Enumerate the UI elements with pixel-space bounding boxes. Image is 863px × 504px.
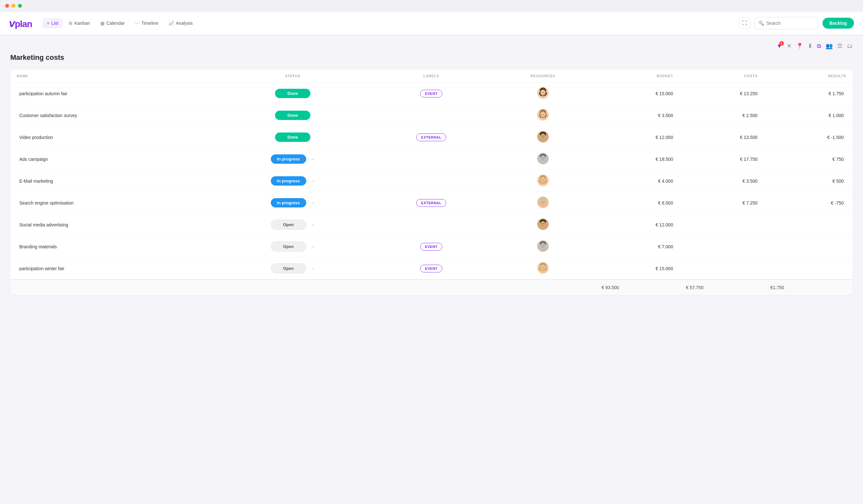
- list-icon-toolbar[interactable]: ☰: [837, 42, 842, 50]
- status-badge: Done: [275, 111, 310, 120]
- nav-item-analysis[interactable]: 📈 Analysis: [164, 18, 197, 28]
- table-row: Social media advertisingOpen→ € 12.000: [10, 214, 853, 236]
- status-badge: Done: [275, 133, 310, 142]
- avatar: [537, 197, 549, 208]
- backlog-button[interactable]: Backlog: [823, 18, 854, 29]
- svg-point-47: [540, 265, 546, 270]
- svg-point-15: [542, 136, 542, 136]
- minimize-dot[interactable]: [12, 4, 15, 8]
- col-header-results: RESULTS: [764, 70, 853, 83]
- cell-label: [372, 214, 491, 236]
- nav-items: ≡ List ⊞ Kanban ▦ Calendar ⋯ Timeline 📈 …: [42, 18, 739, 28]
- status-arrow-icon: →: [311, 156, 315, 162]
- filter-icon[interactable]: ▼ 1: [776, 43, 782, 50]
- location-icon[interactable]: 📍: [796, 42, 803, 50]
- avatar: [537, 153, 549, 164]
- fullscreen-icon: ⛶: [742, 20, 747, 26]
- svg-point-41: [540, 243, 546, 249]
- close-dot[interactable]: [5, 4, 9, 8]
- col-header-labels: LABELS: [372, 70, 491, 83]
- cell-label: EXTERNAL: [372, 192, 491, 214]
- cell-name: Branding materials: [10, 236, 214, 257]
- svg-point-11: [543, 114, 544, 114]
- cell-status: Done: [214, 126, 372, 148]
- svg-point-48: [542, 267, 542, 268]
- cell-name: Social media advertising: [10, 214, 214, 236]
- cell-resources: [491, 83, 596, 104]
- cell-label: [372, 170, 491, 192]
- search-icon: 🔍: [759, 21, 764, 26]
- search-box[interactable]: 🔍: [754, 17, 818, 29]
- cell-label: EVENT: [372, 83, 491, 104]
- cell-costs: € 7.250: [680, 192, 764, 214]
- svg-point-42: [542, 245, 542, 246]
- cell-results: € -1.500: [764, 126, 853, 148]
- archive-icon[interactable]: 🗂: [847, 43, 853, 50]
- cell-status: In progress→: [214, 170, 372, 192]
- puzzle-icon[interactable]: ⧉: [817, 43, 821, 50]
- main-content: ▼ 1 ✕ 📍 ⬇ ⧉ 👥 ☰ 🗂 Marketing costs NAME S…: [0, 35, 863, 504]
- label-badge: EVENT: [420, 90, 442, 98]
- cell-results: € 500: [764, 170, 853, 192]
- cell-name: participation autumn fair: [10, 83, 214, 104]
- timeline-icon: ⋯: [135, 21, 140, 26]
- nav-item-kanban[interactable]: ⊞ Kanban: [64, 18, 94, 28]
- cell-results: € -750: [764, 192, 853, 214]
- label-badge: EVENT: [420, 265, 442, 273]
- cell-resources: [491, 236, 596, 257]
- settings-icon[interactable]: ✕: [787, 42, 791, 50]
- cell-resources: [491, 148, 596, 170]
- cell-label: EVENT: [372, 257, 491, 280]
- cell-costs: € 17.750: [680, 148, 764, 170]
- status-arrow-icon: →: [311, 266, 315, 271]
- calendar-icon: ▦: [100, 21, 104, 26]
- avatar: [537, 109, 549, 121]
- app-container: vplan ≡ List ⊞ Kanban ▦ Calendar ⋯ Timel…: [0, 12, 863, 504]
- avatar: [537, 262, 549, 274]
- table-row: Ads campaignIn progress→ € 18.500€ 17.75…: [10, 148, 853, 170]
- cell-resources: [491, 170, 596, 192]
- cell-name: participation winter fair: [10, 257, 214, 280]
- status-arrow-icon: →: [311, 178, 315, 183]
- cell-costs: [680, 257, 764, 280]
- page-title: Marketing costs: [10, 53, 853, 62]
- cell-costs: [680, 236, 764, 257]
- col-header-budget: BUDGET: [595, 70, 679, 83]
- cell-costs: € 3.500: [680, 170, 764, 192]
- cell-name: Video production: [10, 126, 214, 148]
- logo-text: vplan: [9, 17, 32, 29]
- logo[interactable]: vplan: [9, 17, 32, 29]
- avatar: [537, 240, 549, 252]
- svg-point-9: [540, 112, 546, 117]
- status-arrow-icon: →: [311, 200, 315, 205]
- group-icon[interactable]: 👥: [826, 42, 833, 50]
- cell-resources: [491, 104, 596, 126]
- col-header-status: STATUS: [214, 70, 372, 83]
- top-nav: vplan ≡ List ⊞ Kanban ▦ Calendar ⋯ Timel…: [0, 12, 863, 35]
- nav-label-calendar: Calendar: [107, 21, 125, 26]
- cell-status: In progress→: [214, 148, 372, 170]
- nav-item-calendar[interactable]: ▦ Calendar: [96, 18, 129, 28]
- svg-point-43: [543, 245, 544, 246]
- cell-budget: € 6.500: [595, 192, 679, 214]
- totals-row: € 93.500 € 57.750 €1.750: [10, 279, 853, 295]
- svg-point-38: [543, 223, 544, 224]
- table-row: Search engine optimisationIn progress→EX…: [10, 192, 853, 214]
- svg-point-10: [542, 114, 542, 114]
- cell-status: Done: [214, 83, 372, 104]
- fullscreen-button[interactable]: ⛶: [739, 17, 750, 29]
- table-row: participation winter fairOpen→EVENT € 15…: [10, 257, 853, 280]
- nav-item-list[interactable]: ≡ List: [42, 18, 63, 28]
- status-arrow-icon: →: [311, 244, 315, 249]
- maximize-dot[interactable]: [18, 4, 22, 8]
- nav-label-list: List: [51, 21, 59, 26]
- cell-costs: € 13.500: [680, 126, 764, 148]
- label-badge: EXTERNAL: [416, 199, 446, 207]
- search-input[interactable]: [766, 21, 814, 26]
- cell-results: [764, 257, 853, 280]
- nav-item-timeline[interactable]: ⋯ Timeline: [130, 18, 163, 28]
- svg-point-31: [540, 199, 546, 205]
- download-icon[interactable]: ⬇: [808, 42, 813, 50]
- cell-budget: € 3.500: [595, 104, 679, 126]
- table-row: Video productionDoneEXTERNAL € 12.000€ 1…: [10, 126, 853, 148]
